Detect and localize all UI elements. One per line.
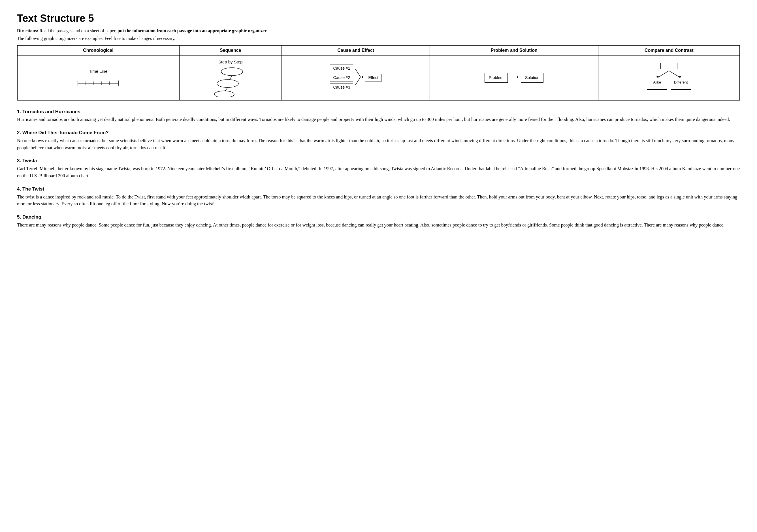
svg-line-14: [355, 69, 360, 77]
different-label: Different: [674, 80, 688, 85]
causes-column: Cause #1 Cause #2 Cause #3: [330, 65, 353, 91]
passage-5: 5. Dancing There are many reasons why pe…: [17, 214, 740, 229]
passage-2-body: No one knows exactly what causes tornado…: [17, 137, 740, 152]
svg-marker-24: [679, 76, 681, 78]
different-line-2: [671, 89, 691, 90]
svg-line-23: [669, 71, 680, 77]
passage-3-title: 3. Twista: [17, 158, 740, 164]
alike-label: Alike: [653, 80, 661, 85]
passage-4-title: 4. The Twist: [17, 186, 740, 192]
compare-arrows-svg: [646, 70, 692, 79]
passage-4-body: The twist is a dance inspired by rock an…: [17, 194, 740, 208]
compare-alike-col: Alike: [647, 80, 667, 93]
passage-1: 1. Tornados and Hurricanes Hurricanes an…: [17, 108, 740, 124]
organizer-table: Chronological Sequence Cause and Effect …: [17, 45, 740, 100]
svg-marker-18: [362, 76, 363, 78]
directions-bold: put the information from each passage in…: [117, 28, 267, 33]
col-header-chronological: Chronological: [17, 45, 179, 55]
directions-end: .: [266, 28, 268, 33]
cause-box-2: Cause #2: [330, 74, 353, 82]
solution-box: Solution: [521, 73, 544, 83]
alike-line-1: [647, 87, 667, 87]
compare-graphic: Alike Different: [601, 63, 737, 93]
steps-label: Step by Step: [218, 59, 243, 65]
passage-1-title: 1. Tornados and Hurricanes: [17, 108, 740, 115]
col-header-compare-contrast: Compare and Contrast: [598, 45, 740, 55]
timeline-label: Time Line: [89, 68, 107, 74]
cell-sequence: Step by Step: [179, 56, 282, 100]
cell-cause-effect: Cause #1 Cause #2 Cause #3: [282, 56, 430, 100]
col-header-sequence: Sequence: [179, 45, 282, 55]
different-line-3: [671, 92, 691, 93]
cell-problem-solution: Problem Solution: [430, 56, 598, 100]
effect-box: Effect: [365, 74, 381, 82]
svg-marker-22: [656, 76, 659, 78]
different-line-1: [671, 87, 691, 87]
cause-box-3: Cause #3: [330, 83, 353, 91]
svg-line-21: [658, 71, 669, 77]
passage-5-body: There are many reasons why people dance.…: [17, 222, 740, 229]
page-title: Text Structure 5: [17, 11, 740, 25]
compare-top-box: [660, 63, 678, 69]
compare-bottom: Alike Different: [647, 80, 691, 93]
passage-1-body: Hurricanes and tornados are both amazing…: [17, 116, 740, 123]
causes-arrow: [355, 66, 363, 90]
problem-box: Problem: [485, 73, 508, 83]
passage-3-body: Carl Terrell Mitchell, better known by h…: [17, 165, 740, 180]
passage-3: 3. Twista Carl Terrell Mitchell, better …: [17, 158, 740, 179]
prob-sol-graphic: Problem Solution: [433, 73, 596, 83]
timeline-graphic: Time Line: [20, 68, 177, 88]
cause-effect-graphic: Cause #1 Cause #2 Cause #3: [284, 65, 427, 91]
col-header-cause-effect: Cause and Effect: [282, 45, 430, 55]
directions-label: Directions:: [17, 28, 38, 33]
passage-2-title: 2. Where Did This Tornado Come From?: [17, 130, 740, 136]
svg-point-7: [221, 68, 243, 75]
passage-4: 4. The Twist The twist is a dance inspir…: [17, 186, 740, 208]
svg-point-10: [217, 79, 238, 87]
alike-line-2: [647, 89, 667, 90]
directions: Directions: Read the passages and on a s…: [17, 28, 740, 34]
directions-text: Read the passages and on a sheet of pape…: [39, 28, 116, 33]
alike-line-3: [647, 92, 667, 93]
timeline-line: [70, 76, 127, 88]
cause-box-1: Cause #1: [330, 65, 353, 73]
svg-line-16: [355, 77, 360, 85]
steps-graphic: Step by Step: [182, 59, 279, 97]
ps-arrow: [510, 74, 519, 82]
col-header-problem-solution: Problem and Solution: [430, 45, 598, 55]
svg-point-13: [214, 91, 234, 97]
passage-2: 2. Where Did This Tornado Come From? No …: [17, 130, 740, 151]
cell-compare-contrast: Alike Different: [598, 56, 740, 100]
passage-5-title: 5. Dancing: [17, 214, 740, 221]
compare-different-col: Different: [671, 80, 691, 93]
cell-chronological: Time Line: [17, 56, 179, 100]
steps-svg: [214, 66, 248, 97]
svg-marker-20: [517, 76, 519, 78]
subtitle: The following graphic organizers are exa…: [17, 35, 740, 42]
